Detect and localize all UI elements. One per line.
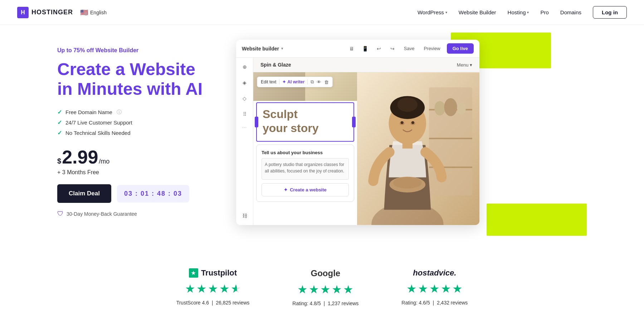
- edit-text-label: Edit text: [261, 79, 276, 84]
- save-button[interactable]: Save: [401, 44, 418, 53]
- golive-button[interactable]: Go live: [447, 43, 474, 54]
- eye-icon[interactable]: 👁: [317, 79, 321, 85]
- price-amount: 2.99: [62, 148, 98, 166]
- builder-topbar: Website builder ▾ 🖥 📱 ↩ ↪ Save Preview G…: [236, 40, 479, 58]
- accent-bottom: [487, 204, 587, 236]
- svg-point-6: [444, 98, 457, 116]
- navbar-left: H HOSTINGER 🇺🇸 English: [17, 7, 109, 18]
- sculpt-text: Sculptyour story: [263, 107, 348, 135]
- builder-content: ⊕ ◈ ◇ ⠿ ··· ⛓ Spin & Glaze Menu ▾: [236, 58, 479, 225]
- delete-icon[interactable]: 🗑: [324, 79, 329, 85]
- hero-left: Up to 75% off Website Builder Create a W…: [57, 47, 208, 218]
- ai-panel-content[interactable]: A pottery studio that organizes classes …: [262, 158, 349, 180]
- hero-title: Create a Website in Minutes with AI: [57, 59, 208, 99]
- nav-item-pro[interactable]: Pro: [540, 9, 548, 15]
- hostadvice-card: hostadvice. ★ ★ ★ ★ ★ Rating: 4.6/5 | 2,…: [401, 268, 468, 306]
- google-logo: Google: [311, 268, 341, 278]
- navbar-right: WordPress ▾ Website Builder Hosting ▾ Pr…: [418, 6, 627, 19]
- guarantee-text: 🛡 30-Day Money-Back Guarantee: [57, 210, 208, 218]
- info-icon[interactable]: ⓘ: [117, 109, 122, 116]
- feature-item: ✓ 24/7 Live Customer Support: [57, 119, 208, 126]
- sidebar-dots: ···: [242, 125, 247, 130]
- divider: [307, 79, 308, 84]
- feature-item: ✓ Free Domain Name ⓘ: [57, 109, 208, 116]
- star-5: ★: [452, 282, 463, 296]
- chevron-down-icon: ▾: [527, 10, 529, 14]
- nav-item-domains[interactable]: Domains: [560, 9, 581, 15]
- hero-section: Up to 75% off Website Builder Create a W…: [0, 25, 644, 247]
- nav-item-website-builder[interactable]: Website Builder: [459, 9, 496, 15]
- person-illustration: [357, 72, 479, 225]
- price-dollar: $: [57, 157, 61, 165]
- nav-item-wordpress[interactable]: WordPress ▾: [418, 9, 447, 15]
- claim-deal-button[interactable]: Claim Deal: [57, 184, 111, 203]
- check-icon: ✓: [57, 109, 62, 116]
- desktop-view-button[interactable]: 🖥: [347, 44, 357, 54]
- site-menu-button[interactable]: Menu ▾: [457, 62, 472, 68]
- hero-promo: Up to 75% off Website Builder: [57, 47, 208, 54]
- resize-handle-left[interactable]: [255, 117, 258, 127]
- ai-panel-title: Tell us about your business: [262, 150, 349, 155]
- google-score: Rating: 4.8/5 | 1,237 reviews: [292, 301, 358, 306]
- sculpt-text-box[interactable]: Sculptyour story: [256, 102, 354, 142]
- trustpilot-star-icon: ★: [189, 268, 198, 278]
- flag-icon: 🇺🇸: [80, 9, 88, 16]
- canvas-left: Edit text ✦ AI writer ⧉ 👁 🗑: [253, 72, 357, 225]
- star-1: ★: [185, 282, 195, 296]
- hostadvice-stars: ★ ★ ★ ★ ★: [406, 282, 463, 296]
- sidebar-icon-link[interactable]: ⛓: [240, 211, 250, 221]
- free-months: + 3 Months Free: [57, 169, 208, 176]
- promo-highlight: 75%: [73, 47, 85, 53]
- trustpilot-name: Trustpilot: [201, 268, 237, 278]
- check-icon: ✓: [57, 130, 62, 136]
- redo-button[interactable]: ↪: [387, 44, 397, 54]
- star-4: ★: [441, 282, 451, 296]
- logo[interactable]: H HOSTINGER: [17, 7, 73, 18]
- language-selector[interactable]: 🇺🇸 English: [77, 7, 109, 18]
- svg-point-10: [393, 177, 422, 189]
- svg-point-17: [411, 121, 414, 124]
- svg-point-16: [401, 121, 404, 124]
- sidebar-icon-move[interactable]: ⊕: [240, 62, 250, 72]
- chevron-icon: ▾: [281, 47, 283, 50]
- ai-writer-button[interactable]: ✦ AI writer: [282, 79, 304, 84]
- svg-point-13: [397, 98, 418, 112]
- cta-row: Claim Deal 03 : 01 : 48 : 03: [57, 184, 208, 203]
- builder-wrapper: Website builder ▾ 🖥 📱 ↩ ↪ Save Preview G…: [236, 40, 587, 225]
- sidebar-icon-image[interactable]: ◇: [240, 93, 250, 103]
- reviews-section: ★ Trustpilot ★ ★ ★ ★ ★ ★ TrustScore 4.6 …: [0, 247, 644, 321]
- star-2: ★: [418, 282, 428, 296]
- countdown-timer: 03 : 01 : 48 : 03: [117, 185, 189, 203]
- trustpilot-card: ★ Trustpilot ★ ★ ★ ★ ★ ★ TrustScore 4.6 …: [176, 268, 250, 306]
- nav-item-hosting[interactable]: Hosting ▾: [508, 9, 529, 15]
- site-name: Spin & Glaze: [260, 62, 291, 68]
- preview-button[interactable]: Preview: [421, 44, 443, 53]
- builder-main: Spin & Glaze Menu ▾: [253, 58, 479, 225]
- copy-icon[interactable]: ⧉: [311, 79, 314, 85]
- site-header: Spin & Glaze Menu ▾: [253, 58, 479, 72]
- builder-brand: Website builder ▾: [242, 46, 283, 52]
- sidebar-icon-shapes[interactable]: ◈: [240, 78, 250, 88]
- logo-icon: H: [17, 7, 29, 18]
- hostadvice-logo: hostadvice.: [413, 268, 456, 278]
- star-3: ★: [208, 282, 218, 296]
- sidebar-icon-grid[interactable]: ⠿: [240, 109, 250, 119]
- svg-point-7: [457, 102, 466, 115]
- star-2: ★: [196, 282, 207, 296]
- builder-actions: 🖥 📱 ↩ ↪ Save Preview Go live: [347, 43, 474, 54]
- trustpilot-stars: ★ ★ ★ ★ ★ ★: [185, 282, 241, 296]
- site-canvas: Edit text ✦ AI writer ⧉ 👁 🗑: [253, 72, 479, 225]
- divider: [279, 79, 279, 84]
- hero-features: ✓ Free Domain Name ⓘ ✓ 24/7 Live Custome…: [57, 109, 208, 136]
- create-website-button[interactable]: ✦ Create a website: [262, 183, 349, 196]
- check-icon: ✓: [57, 119, 62, 126]
- login-button[interactable]: Log in: [593, 6, 627, 19]
- google-card: Google ★ ★ ★ ★ ★ Rating: 4.8/5 | 1,237 r…: [292, 268, 358, 306]
- google-stars: ★ ★ ★ ★ ★: [297, 283, 353, 296]
- mobile-view-button[interactable]: 📱: [360, 44, 370, 54]
- resize-handle-right[interactable]: [352, 117, 356, 127]
- star-5-half: ★ ★: [231, 282, 241, 296]
- logo-text: HOSTINGER: [31, 9, 73, 16]
- undo-button[interactable]: ↩: [374, 44, 384, 54]
- builder-chrome: Website builder ▾ 🖥 📱 ↩ ↪ Save Preview G…: [236, 40, 479, 225]
